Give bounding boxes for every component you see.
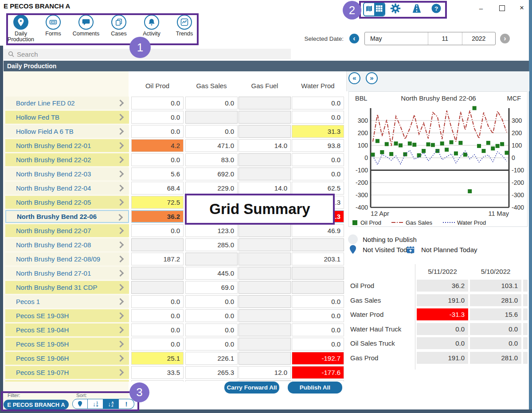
grid-cell-oil-prod[interactable]: 0.0 [131, 153, 184, 166]
chevron-right-icon[interactable] [117, 156, 124, 164]
grid-cell-gas-sales[interactable]: 0.0 [185, 97, 238, 109]
grid-cell-gas-sales[interactable]: 0.0 [185, 295, 238, 308]
map-view-option[interactable] [364, 3, 374, 16]
grid-cell-water-prod[interactable]: 203.1 [292, 253, 344, 265]
maximize-button[interactable] [496, 3, 508, 13]
chevron-right-icon[interactable] [117, 298, 124, 305]
chevron-right-icon[interactable] [117, 199, 124, 206]
chevron-right-icon[interactable] [116, 214, 123, 221]
day-field[interactable]: 11 [428, 32, 462, 45]
well-list-item[interactable]: North Brushy Bend 22-03 [5, 168, 129, 180]
carry-forward-all-button[interactable]: Carry Forward All [224, 382, 279, 394]
grid-cell-gas-sales[interactable]: 471.0 [185, 139, 238, 152]
grid-cell-water-prod[interactable]: 93.8 [292, 139, 344, 152]
grid-cell-oil-prod[interactable]: 5.6 [131, 168, 184, 180]
search-input[interactable] [4, 49, 291, 59]
grid-view-option[interactable] [374, 3, 384, 16]
chevron-right-icon[interactable] [117, 171, 124, 178]
minimize-button[interactable]: – [475, 3, 487, 13]
grid-cell-oil-prod[interactable]: 0.0 [131, 224, 184, 237]
next-date-button[interactable]: › [500, 34, 510, 43]
chevron-right-icon[interactable] [117, 256, 124, 263]
well-list-item[interactable]: Pecos SE 19-07H [5, 366, 129, 379]
grid-cell-gas-fuel[interactable]: 12.0 [239, 366, 291, 379]
grid-cell-gas-sales[interactable]: 445.0 [185, 267, 238, 280]
grid-cell-gas-sales[interactable]: 226.1 [185, 352, 238, 365]
toolbar-button-trends[interactable]: Trends [168, 15, 201, 37]
grid-cell-oil-prod[interactable]: 0.0 [131, 295, 184, 308]
grid-cell-water-prod[interactable]: 0.0 [292, 111, 344, 124]
toolbar-button-daily-production[interactable]: Daily Production [4, 15, 38, 43]
well-list-item[interactable]: Pecos SE 19-03H [5, 309, 129, 322]
chevron-right-icon[interactable] [117, 242, 124, 249]
grid-cell-gas-sales[interactable]: 692.0 [185, 168, 238, 180]
chevron-right-icon[interactable] [117, 227, 124, 234]
help-button[interactable]: ? [428, 2, 444, 17]
grid-cell-oil-prod[interactable]: 0.0 [131, 338, 184, 351]
settings-button[interactable] [387, 2, 403, 17]
chevron-right-icon[interactable] [117, 100, 124, 107]
chevron-right-icon[interactable] [117, 128, 124, 135]
grid-cell-oil-prod[interactable]: 25.1 [131, 352, 184, 365]
grid-cell-water-prod[interactable]: 0.0 [292, 309, 344, 322]
grid-cell-water-prod[interactable]: -177.6 [292, 366, 344, 379]
grid-cell-oil-prod[interactable]: 0.0 [131, 309, 184, 322]
well-list-item[interactable]: North Brushy Bend 22-07 [5, 224, 129, 237]
grid-cell-gas-sales[interactable]: 0.0 [185, 323, 238, 336]
grid-cell-oil-prod[interactable]: 72.5 [131, 196, 184, 209]
chevron-right-icon[interactable] [117, 312, 124, 319]
well-list-item[interactable]: Hollow Field A 6 TB [5, 125, 129, 138]
grid-cell-gas-sales[interactable]: 265.3 [185, 366, 238, 379]
close-button[interactable]: × [516, 3, 528, 13]
well-list-item[interactable]: North Brushy Bend 22-04 [5, 182, 129, 195]
grid-cell-gas-sales[interactable]: 83.0 [185, 153, 238, 166]
grid-cell-oil-prod[interactable]: 33.5 [131, 366, 184, 379]
toolbar-button-forms[interactable]: Forms [36, 15, 70, 37]
expand-panel-button[interactable]: » [366, 72, 378, 84]
grid-cell-gas-sales[interactable]: 229.0 [185, 182, 238, 195]
grid-cell-water-prod[interactable]: 0.0 [292, 338, 344, 351]
month-field[interactable]: May [365, 32, 428, 45]
grid-cell-oil-prod[interactable]: 0.0 [131, 111, 184, 124]
grid-cell-oil-prod[interactable]: 0.0 [131, 125, 184, 138]
grid-cell-gas-sales[interactable]: 0.0 [185, 125, 238, 138]
chevron-right-icon[interactable] [117, 327, 124, 334]
grid-cell-oil-prod[interactable]: 68.4 [131, 182, 184, 195]
sort-by-location-button[interactable] [72, 399, 88, 409]
well-list-item[interactable]: Pecos 1 [5, 295, 129, 308]
grid-cell-gas-sales[interactable]: 0.0 [185, 309, 238, 322]
well-list-item[interactable]: North Brushy Bend 31 CDP [5, 281, 129, 294]
grid-cell-oil-prod[interactable]: 187.2 [131, 253, 184, 265]
grid-cell-gas-fuel[interactable]: 14.0 [239, 139, 291, 152]
well-list-item[interactable]: Hollow Fed TB [5, 111, 129, 124]
chevron-right-icon[interactable] [117, 270, 124, 277]
grid-cell-oil-prod[interactable]: 0.0 [131, 323, 184, 336]
well-list-item[interactable]: Pecos SE 19-05H [5, 338, 129, 351]
chevron-right-icon[interactable] [117, 114, 124, 121]
grid-cell-water-prod[interactable]: 46.9 [292, 224, 344, 237]
toolbar-button-cases[interactable]: Cases [102, 15, 136, 37]
grid-cell-water-prod[interactable]: 0.0 [292, 168, 344, 180]
well-list-item[interactable]: Border Line FED 02 [5, 97, 129, 109]
well-list-item[interactable]: Pecos SE 19-04H [5, 323, 129, 336]
chevron-right-icon[interactable] [117, 142, 124, 149]
sort-numeric-button[interactable]: ↓ 19 [88, 399, 103, 409]
grid-cell-gas-fuel[interactable]: 14.0 [239, 182, 291, 195]
grid-cell-water-prod[interactable]: 62.5 [292, 182, 344, 195]
publish-all-button[interactable]: Publish All [288, 382, 342, 394]
chevron-right-icon[interactable] [117, 185, 124, 192]
well-list-item[interactable]: North Brushy Bend 22-02 [5, 153, 129, 166]
toolbar-button-activity[interactable]: Activity [135, 15, 168, 37]
grid-cell-gas-sales[interactable]: 285.0 [185, 238, 238, 251]
well-list-item[interactable]: Pecos SE 19-06H [5, 352, 129, 365]
well-list-item[interactable]: North Brushy Bend 22-08/09 [5, 253, 129, 265]
chevron-right-icon[interactable] [117, 355, 124, 362]
grid-cell-gas-sales[interactable]: 123.0 [185, 224, 238, 237]
collapse-panel-button[interactable]: « [348, 72, 360, 84]
grid-cell-water-prod[interactable]: 0.0 [292, 323, 344, 336]
well-list-item[interactable]: North Brushy Bend 22-01 [5, 139, 129, 152]
chevron-right-icon[interactable] [117, 369, 124, 376]
well-list-item[interactable] [5, 380, 129, 382]
grid-cell-water-prod[interactable]: 0.0 [292, 153, 344, 166]
grid-cell-oil-prod[interactable]: 4.2 [131, 139, 184, 152]
